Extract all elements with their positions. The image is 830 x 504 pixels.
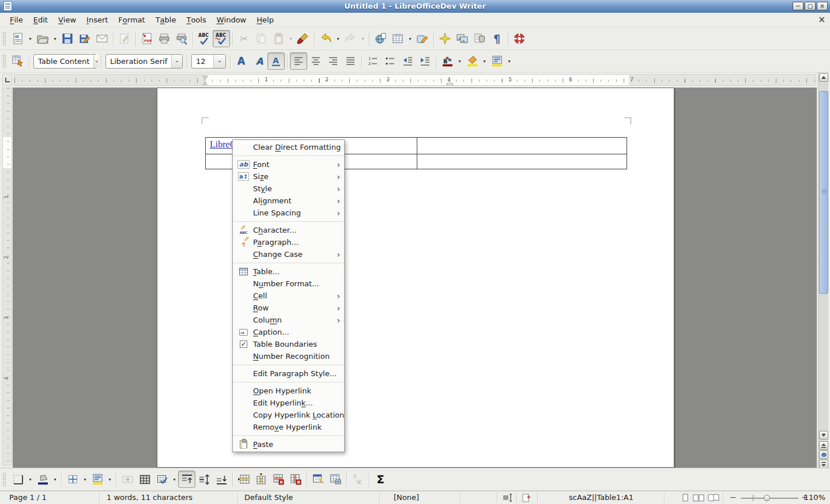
menu-item-caption[interactable]: ABCaption...	[233, 326, 344, 338]
menu-tools[interactable]: Tools	[181, 13, 211, 27]
font-name-value[interactable]: Liberation Serif	[106, 57, 171, 66]
menu-edit[interactable]: Edit	[28, 13, 53, 27]
redo-dropdown[interactable]	[359, 30, 367, 47]
selection-mode-icon[interactable]	[503, 494, 513, 502]
menu-item-row[interactable]: Row›	[233, 302, 344, 314]
unordered-list-button[interactable]	[382, 52, 399, 70]
book-view-button[interactable]	[708, 494, 719, 502]
toolbar-grip[interactable]	[2, 54, 6, 68]
border-color-button[interactable]	[34, 471, 51, 488]
toolbar-grip[interactable]	[2, 472, 6, 486]
zoom-level-status[interactable]: 110%	[804, 493, 825, 502]
paragraph-style-value[interactable]: Table Content	[34, 57, 93, 66]
table-column-border[interactable]	[417, 138, 417, 169]
undo-button[interactable]	[317, 30, 334, 47]
horizontal-ruler[interactable]: 1 2 3 4 5 6 7	[14, 74, 816, 86]
table-background-color-button[interactable]	[89, 471, 106, 488]
page-style-status[interactable]: Default Style	[244, 493, 293, 502]
next-page-button[interactable]	[819, 460, 828, 468]
menu-item-table[interactable]: Table...	[233, 266, 344, 278]
cell-reference-status[interactable]: scAaZ||Table1:A1	[569, 493, 633, 502]
close-button[interactable]: ×	[817, 2, 828, 10]
menu-format[interactable]: Format	[113, 13, 150, 27]
menu-item-copy-hyperlink-location[interactable]: Copy Hyperlink Location	[233, 409, 344, 421]
menu-item-table-boundaries[interactable]: ✓Table Boundaries	[233, 338, 344, 350]
menu-item-clear-direct-formatting[interactable]: Clear Direct Formatting	[233, 141, 344, 153]
email-button[interactable]	[93, 30, 111, 47]
navigator-button[interactable]	[436, 30, 454, 47]
font-name-dropdown[interactable]	[171, 55, 182, 68]
menu-item-open-hyperlink[interactable]: Open Hyperlink	[233, 385, 344, 397]
menu-item-paste[interactable]: Paste	[233, 438, 344, 450]
formatting-marks-button[interactable]: ¶	[488, 30, 505, 47]
single-page-view-button[interactable]	[681, 494, 689, 502]
word-count-status[interactable]: 1 words, 11 characters	[107, 493, 193, 502]
increase-indent-button[interactable]	[416, 52, 433, 70]
sort-button[interactable]: AZ	[349, 471, 367, 488]
insert-table-dropdown[interactable]	[406, 30, 414, 47]
paragraph-style-dropdown[interactable]	[93, 55, 99, 68]
paste-dropdown[interactable]	[287, 30, 295, 47]
cut-button[interactable]: ✂	[235, 30, 252, 47]
gallery-button[interactable]	[454, 30, 471, 47]
print-button[interactable]	[156, 30, 173, 47]
previous-page-button[interactable]	[819, 441, 828, 450]
menu-item-alignment[interactable]: Alignment›	[233, 195, 344, 207]
minimize-button[interactable]: ─	[793, 2, 803, 10]
clone-formatting-button[interactable]	[295, 30, 312, 47]
delete-row-button[interactable]	[270, 471, 287, 488]
page-number-status[interactable]: Page 1 / 1	[9, 493, 47, 502]
scroll-down-button[interactable]	[819, 431, 828, 439]
sum-button[interactable]: Σ	[372, 471, 389, 488]
undo-dropdown[interactable]	[334, 30, 342, 47]
menu-item-remove-hyperlink[interactable]: Remove Hyperlink	[233, 421, 344, 433]
scroll-up-button[interactable]	[819, 73, 828, 82]
optimize-size-dropdown[interactable]	[171, 471, 178, 488]
menu-table[interactable]: Table	[150, 13, 182, 27]
menu-window[interactable]: Window	[212, 13, 252, 27]
print-preview-button[interactable]	[173, 30, 190, 47]
draw-functions-button[interactable]	[414, 30, 431, 47]
highlighting-button[interactable]	[463, 52, 481, 70]
menu-item-paragraph[interactable]: ¶Paragraph...	[233, 236, 344, 248]
copy-button[interactable]	[252, 30, 270, 47]
insert-column-button[interactable]	[252, 471, 270, 488]
left-indent-marker[interactable]	[202, 81, 208, 86]
align-left-button[interactable]	[290, 52, 307, 70]
background-color-button[interactable]	[488, 52, 505, 70]
hyperlink-button[interactable]	[372, 30, 389, 47]
styles-button[interactable]	[9, 52, 27, 70]
language-status[interactable]: [None]	[394, 493, 419, 502]
merge-cells-button[interactable]	[119, 471, 136, 488]
insert-table-button[interactable]	[389, 30, 406, 47]
spelling-button[interactable]: ABC	[195, 30, 213, 47]
table-background-color-dropdown[interactable]	[106, 471, 114, 488]
border-color-dropdown[interactable]	[51, 471, 59, 488]
help-button[interactable]	[511, 30, 528, 47]
document-canvas[interactable]: LibreOffice	[13, 88, 817, 468]
navigate-by-button[interactable]	[819, 450, 828, 459]
insert-row-button[interactable]	[235, 471, 252, 488]
border-style-button[interactable]	[64, 471, 81, 488]
background-color-dropdown[interactable]	[505, 52, 513, 70]
menu-file[interactable]: File	[5, 13, 28, 27]
data-sources-button[interactable]	[471, 30, 488, 47]
menu-item-number-format[interactable]: Number Format...	[233, 278, 344, 290]
border-style-dropdown[interactable]	[81, 471, 89, 488]
menu-item-size[interactable]: a↕Size›	[233, 170, 344, 183]
menu-view[interactable]: View	[53, 13, 81, 27]
borders-button[interactable]	[9, 471, 27, 488]
split-cells-button[interactable]	[136, 471, 153, 488]
toolbar-grip[interactable]	[2, 32, 6, 46]
menu-item-edit-hyperlink[interactable]: Edit Hyperlink...	[233, 397, 344, 409]
underline-button[interactable]: A	[267, 52, 285, 70]
delete-column-button[interactable]	[287, 471, 304, 488]
multi-page-view-button[interactable]	[693, 494, 704, 502]
align-top-button[interactable]	[178, 471, 195, 488]
font-color-button[interactable]: a	[439, 52, 456, 70]
font-size-value[interactable]: 12	[192, 57, 213, 66]
ordered-list-button[interactable]: 12	[364, 52, 382, 70]
font-color-dropdown[interactable]	[456, 52, 463, 70]
optimize-size-button[interactable]	[153, 471, 171, 488]
autoformat-styles-button[interactable]	[310, 471, 327, 488]
